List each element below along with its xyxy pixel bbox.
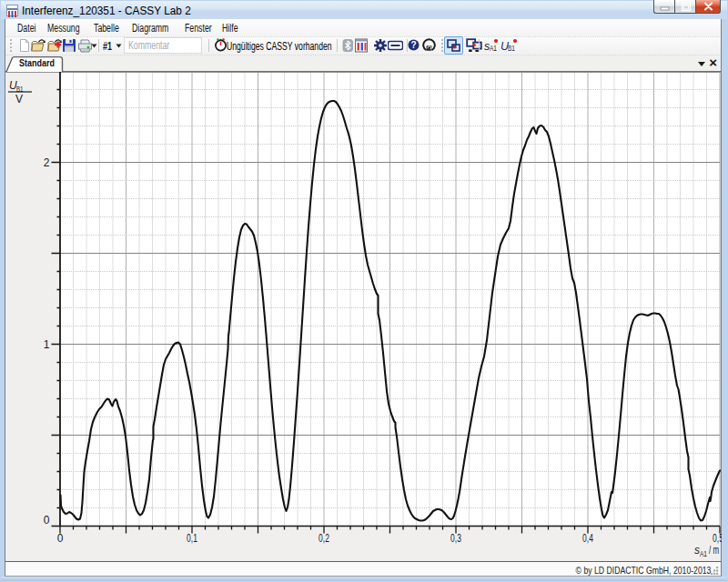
svg-text:0: 0 bbox=[44, 514, 50, 527]
svg-text:0,3: 0,3 bbox=[450, 532, 461, 545]
svg-text:1: 1 bbox=[44, 338, 50, 351]
svg-text:0,5: 0,5 bbox=[713, 532, 722, 545]
svg-text:/ m: / m bbox=[709, 544, 719, 557]
svg-text:V: V bbox=[15, 93, 23, 105]
svg-text:0,4: 0,4 bbox=[582, 532, 593, 545]
svg-text:0,1: 0,1 bbox=[187, 532, 197, 545]
svg-text:0,2: 0,2 bbox=[318, 532, 329, 545]
svg-text:A1: A1 bbox=[700, 549, 707, 558]
svg-text:2: 2 bbox=[44, 156, 50, 169]
svg-text:?: ? bbox=[410, 40, 416, 50]
svg-text:0: 0 bbox=[57, 532, 64, 545]
